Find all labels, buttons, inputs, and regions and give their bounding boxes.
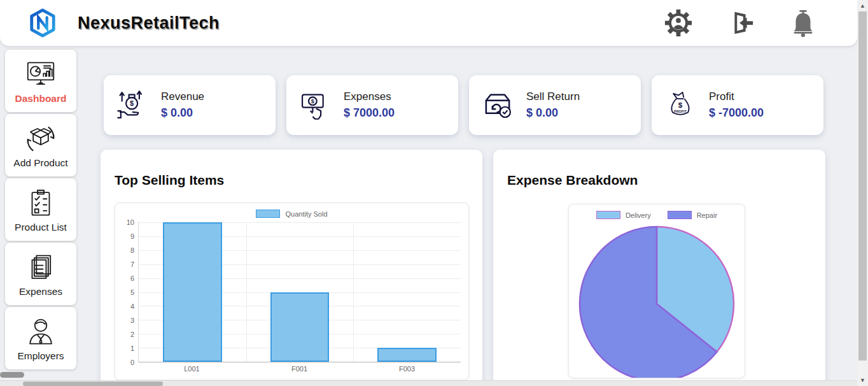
horizontal-scrollbar-thumb[interactable]: [23, 382, 163, 386]
bar-legend-item[interactable]: Quantity Sold: [256, 210, 327, 218]
bar-column: [139, 222, 246, 362]
sidebar-item-label: Product List: [15, 222, 67, 233]
admin-settings-gear-icon[interactable]: [664, 8, 693, 38]
bar-x-tick-label: L001: [138, 365, 246, 373]
bar-legend-swatch: [256, 210, 280, 218]
pie-chart-title: Expense Breakdown: [507, 173, 825, 188]
bar-y-tick-label: 0: [130, 359, 134, 366]
app-title: NexusRetailTech: [78, 13, 220, 33]
revenue-money-growth-icon: $: [114, 87, 151, 124]
stat-value: $ 0.00: [161, 106, 204, 120]
stat-value: $ 7000.00: [344, 106, 395, 120]
logout-door-icon[interactable]: [726, 8, 755, 38]
svg-text:PROFIT: PROFIT: [674, 110, 687, 113]
bar-chart-title: Top Selling Items: [115, 173, 482, 188]
sell-return-box-icon: [479, 87, 516, 124]
bar-y-tick-label: 8: [130, 247, 134, 254]
bar-y-tick-label: 1: [130, 345, 134, 352]
bar-x-tick-label: F001: [246, 365, 353, 373]
pie-legend-label: Delivery: [626, 211, 651, 219]
bar-bars: [139, 222, 461, 362]
sidebar: Dashboard Add Product Product List: [5, 50, 76, 369]
stat-card-sell-return: Sell Return $ 0.00: [469, 75, 641, 135]
bar-legend-label: Quantity Sold: [285, 210, 327, 218]
sidebar-item-label: Employers: [17, 350, 64, 362]
bar-column: [246, 222, 354, 362]
bar-y-tick-label: 9: [130, 232, 134, 240]
expenses-documents-icon: [24, 250, 58, 285]
bar-chart: Quantity Sold 109876543210 L001F001F003: [115, 203, 469, 380]
sidebar-item-dashboard[interactable]: Dashboard: [5, 50, 76, 112]
brand-logo-icon: [28, 8, 57, 38]
pie-legend-item-repair[interactable]: Repair: [668, 211, 717, 219]
sidebar-scrollbar-thumb[interactable]: [0, 372, 24, 378]
app-header: NexusRetailTech: [0, 0, 857, 46]
sidebar-item-label: Dashboard: [15, 93, 67, 104]
bar-y-tick-label: 6: [130, 275, 134, 282]
add-product-box-icon: [24, 122, 58, 156]
sidebar-item-label: Expenses: [19, 286, 62, 297]
pie-legend-swatch-repair: [668, 211, 692, 219]
scroll-down-arrow-icon[interactable]: ▼: [857, 375, 868, 385]
bar-F001: [270, 292, 330, 362]
bar-x-tick-label: F003: [353, 365, 461, 373]
bar-y-tick-label: 5: [130, 289, 134, 296]
top-selling-items-card: Top Selling Items Quantity Sold 10987654…: [101, 150, 482, 386]
bar-L001: [163, 222, 222, 362]
stat-card-revenue: $ Revenue $ 0.00: [104, 75, 276, 135]
svg-text:$: $: [678, 101, 683, 109]
employers-person-icon: [24, 315, 58, 349]
sidebar-item-add-product[interactable]: Add Product: [5, 114, 76, 176]
svg-text:$: $: [130, 99, 134, 107]
stat-label: Revenue: [161, 90, 204, 103]
stat-label: Sell Return: [526, 90, 580, 103]
stat-card-expenses: $ Expenses $ 7000.00: [286, 75, 458, 135]
vertical-scrollbar[interactable]: ▲ ▼: [857, 0, 868, 386]
bar-x-axis: L001F001F003: [138, 365, 461, 373]
horizontal-scrollbar[interactable]: [0, 380, 857, 386]
stat-card-profit: $ PROFIT Profit $ -7000.00: [652, 75, 823, 135]
bar-F003: [377, 348, 437, 362]
bar-plot-area: [138, 222, 461, 362]
pie-chart: Delivery Repair: [568, 204, 745, 378]
stats-row: $ Revenue $ 0.00 $ Expenses $ 7000.00: [104, 75, 823, 135]
bar-y-tick-label: 2: [130, 331, 134, 338]
stat-value: $ 0.00: [526, 106, 580, 120]
pie-svg: [577, 223, 736, 378]
bar-y-tick-label: 3: [130, 317, 134, 324]
svg-text:$: $: [311, 98, 314, 104]
bar-y-tick-label: 10: [127, 218, 134, 226]
expense-breakdown-card: Expense Breakdown Delivery Repair: [493, 150, 825, 386]
pie-legend-item-delivery[interactable]: Delivery: [596, 211, 651, 219]
bar-y-axis: 109876543210: [120, 222, 136, 362]
sidebar-item-product-list[interactable]: Product List: [5, 178, 76, 241]
expenses-payment-hand-icon: $: [297, 87, 333, 124]
stat-label: Expenses: [344, 90, 395, 103]
sidebar-item-label: Add Product: [13, 157, 67, 169]
profit-money-bag-icon: $ PROFIT: [662, 87, 699, 124]
notifications-bell-icon[interactable]: [788, 8, 818, 38]
bar-column: [353, 222, 461, 362]
scroll-up-arrow-icon[interactable]: ▲: [857, 1, 868, 11]
sidebar-item-employers[interactable]: Employers: [5, 307, 76, 369]
pie-legend-label: Repair: [697, 211, 717, 219]
product-list-clipboard-icon: [24, 186, 58, 220]
stat-label: Profit: [709, 90, 764, 103]
bar-y-tick-label: 7: [130, 261, 134, 268]
pie-legend-swatch-delivery: [596, 211, 620, 219]
stat-value: $ -7000.00: [709, 106, 764, 120]
bar-y-tick-label: 4: [130, 303, 134, 310]
dashboard-monitor-icon: [24, 57, 58, 92]
sidebar-item-expenses[interactable]: Expenses: [5, 243, 76, 305]
vertical-scrollbar-thumb[interactable]: [858, 11, 867, 361]
